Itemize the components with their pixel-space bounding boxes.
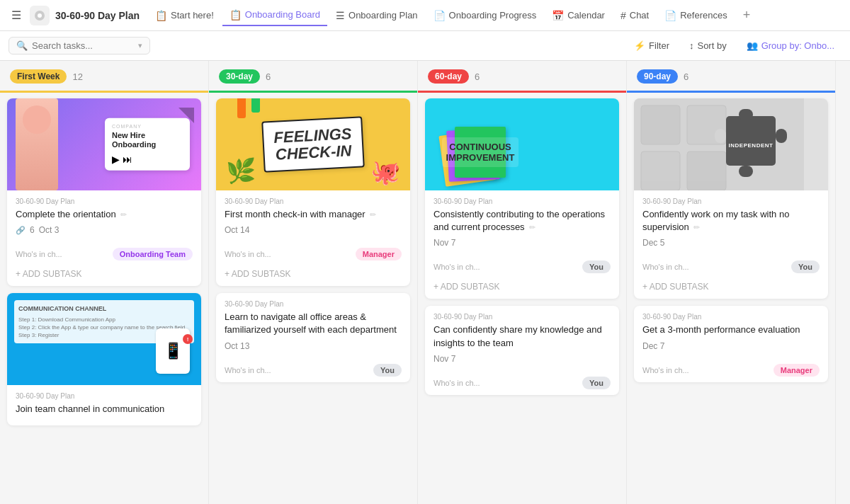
column-cards-90: INDEPENDENT 30-60-90 Day Plan Confidentl…: [627, 93, 835, 388]
assignee-tag: You: [373, 364, 402, 377]
column-header-90: 90-day 6: [627, 61, 835, 93]
edit-icon: ✏: [529, 223, 536, 231]
subtask-count: 6: [30, 225, 35, 235]
tab-calendar[interactable]: 📅 Calendar: [545, 6, 612, 25]
card-who: Who's in ch...: [225, 250, 271, 258]
card-orientation[interactable]: COMPANY New HireOnboarding ▶⏭ 30-60-90 D…: [7, 98, 201, 286]
sort-icon: ↕: [689, 40, 694, 51]
card-image-feelings: 🌿 FEELINGSCHECK-IN 🐙: [216, 98, 410, 190]
edit-icon: ✏: [693, 223, 700, 231]
svg-text:INDEPENDENT: INDEPENDENT: [729, 142, 774, 149]
assignee-tag: You: [582, 377, 611, 389]
tab-progress[interactable]: 📄 Onboarding Progress: [426, 6, 544, 25]
card-improvement[interactable]: CONTINUOUS IMPROVEMENT 30-60-90 Day Plan…: [425, 98, 619, 299]
column-count-30: 6: [266, 71, 271, 82]
card-who: Who's in ch...: [642, 366, 689, 374]
column-badge-30: 30-day: [219, 69, 260, 84]
hamburger-button[interactable]: ☰: [6, 6, 27, 25]
svg-rect-8: [726, 116, 776, 166]
svg-point-1: [38, 13, 42, 18]
board-icon: 📋: [230, 9, 242, 21]
assignee-tag: You: [582, 260, 611, 273]
card-date: Nov 7: [434, 238, 455, 248]
group-icon: 👥: [747, 40, 758, 51]
search-box[interactable]: 🔍 ▾: [8, 37, 150, 55]
column-first-week: First Week 12 COMPANY New HireOnboarding: [0, 61, 209, 504]
card-communication[interactable]: COMMUNICATION CHANNEL Step 1: Download C…: [7, 293, 201, 425]
tab-references[interactable]: 📄 References: [657, 6, 734, 25]
sort-button[interactable]: ↕ Sort by: [682, 37, 734, 55]
assignee-tag: You: [791, 260, 820, 273]
tab-plan[interactable]: ☰ Onboarding Plan: [329, 6, 425, 25]
tab-chat[interactable]: # Chat: [613, 6, 656, 25]
card-checkin[interactable]: 🌿 FEELINGSCHECK-IN 🐙 30-60-90 Day Plan F…: [216, 98, 410, 286]
card-title: Complete the orientation ✏: [16, 208, 193, 221]
card-who: Who's in ch...: [434, 263, 480, 271]
svg-rect-12: [715, 129, 726, 143]
nav-tabs: 📋 Start here! 📋 Onboarding Board ☰ Onboa…: [148, 5, 735, 26]
app-logo: [30, 6, 50, 25]
card-date: Oct 3: [39, 225, 60, 235]
card-meta: 30-60-90 Day Plan: [16, 392, 193, 400]
add-subtask-button[interactable]: + ADD SUBTASK: [634, 279, 828, 299]
assignee-tag: Onboarding Team: [113, 248, 193, 260]
column-30-day: 30-day 6 🌿 FEELINGSCHECK-IN 🐙: [209, 61, 418, 504]
card-title: Confidently work on my task with no supe…: [642, 208, 820, 234]
svg-rect-10: [776, 129, 787, 143]
column-header-60: 60-day 6: [418, 61, 626, 93]
column-cards-60: CONTINUOUS IMPROVEMENT 30-60-90 Day Plan…: [418, 93, 626, 401]
card-date: Dec 7: [642, 341, 664, 351]
toolbar: 🔍 ▾ ⚡ Filter ↕ Sort by 👥 Group by: Onbo.…: [0, 31, 850, 61]
card-title: Learn to navigate all office areas & fam…: [225, 311, 402, 336]
column-header-30: 30-day 6: [209, 61, 417, 93]
assignee-tag: Manager: [356, 248, 402, 260]
column-cards-first-week: COMPANY New HireOnboarding ▶⏭ 30-60-90 D…: [0, 93, 208, 431]
edit-icon: ✏: [370, 210, 376, 219]
add-subtask-button[interactable]: + ADD SUBTASK: [425, 279, 619, 299]
card-date: Nov 7: [434, 354, 455, 364]
add-tab-button[interactable]: +: [740, 5, 754, 25]
column-cards-30: 🌿 FEELINGSCHECK-IN 🐙 30-60-90 Day Plan F…: [209, 93, 417, 388]
card-title: Get a 3-month performance evaluation: [642, 323, 820, 336]
card-who: Who's in ch...: [16, 250, 62, 258]
group-button[interactable]: 👥 Group by: Onbo...: [740, 37, 842, 55]
add-subtask-button[interactable]: + ADD SUBTASK: [7, 266, 201, 286]
edit-icon: ✏: [120, 210, 127, 219]
card-knowledge[interactable]: 30-60-90 Day Plan Can confidently share …: [425, 306, 619, 394]
card-title: Can confidently share my knowledge and i…: [434, 323, 611, 349]
card-meta: 30-60-90 Day Plan: [434, 197, 611, 205]
card-meta: 30-60-90 Day Plan: [434, 313, 611, 321]
search-icon: 🔍: [16, 40, 28, 51]
card-title: First month check-in with manager ✏: [225, 208, 402, 221]
chat-icon: #: [620, 10, 626, 21]
card-image-puzzle: INDEPENDENT: [634, 98, 828, 190]
filter-icon: ⚡: [634, 40, 645, 51]
tab-start[interactable]: 📋 Start here!: [148, 6, 221, 25]
add-subtask-button[interactable]: + ADD SUBTASK: [216, 266, 410, 286]
card-meta: 30-60-90 Day Plan: [225, 197, 402, 205]
filter-button[interactable]: ⚡ Filter: [627, 37, 676, 55]
column-count-90: 6: [684, 71, 688, 82]
card-meta: 30-60-90 Day Plan: [16, 197, 193, 205]
svg-rect-11: [739, 166, 753, 177]
card-meta: 30-60-90 Day Plan: [642, 313, 820, 321]
app-title: 30-60-90 Day Plan: [55, 10, 140, 21]
card-who: Who's in ch...: [642, 263, 689, 271]
search-input[interactable]: [32, 40, 131, 51]
calendar-icon: 📅: [552, 10, 564, 21]
start-icon: 📋: [155, 10, 167, 21]
card-evaluation[interactable]: 30-60-90 Day Plan Get a 3-month performa…: [634, 306, 828, 382]
column-badge-90: 90-day: [637, 69, 678, 84]
assignee-tag: Manager: [774, 364, 820, 377]
card-image-communication: COMMUNICATION CHANNEL Step 1: Download C…: [7, 293, 201, 385]
card-supervision[interactable]: INDEPENDENT 30-60-90 Day Plan Confidentl…: [634, 98, 828, 299]
board: First Week 12 COMPANY New HireOnboarding: [0, 61, 850, 504]
card-office-areas[interactable]: 30-60-90 Day Plan Learn to navigate all …: [216, 293, 410, 382]
card-title: Join team channel in communication: [16, 403, 193, 416]
svg-rect-9: [739, 109, 753, 120]
card-meta: 30-60-90 Day Plan: [225, 300, 402, 308]
tab-board[interactable]: 📋 Onboarding Board: [222, 5, 327, 26]
column-count-60: 6: [475, 71, 480, 82]
top-nav: ☰ 30-60-90 Day Plan 📋 Start here! 📋 Onbo…: [0, 0, 850, 31]
column-90-day: 90-day 6: [627, 61, 836, 504]
